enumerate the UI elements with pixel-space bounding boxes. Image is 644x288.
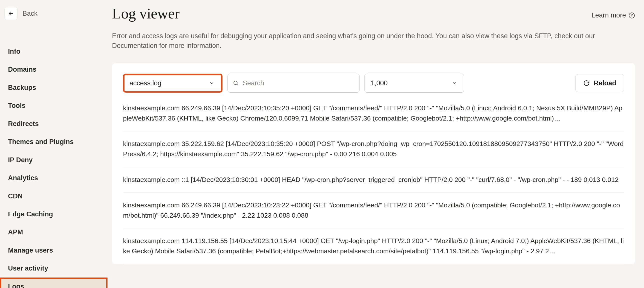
sidebar-item-backups[interactable]: Backups — [0, 79, 108, 97]
sidebar-item-edge-caching[interactable]: Edge Caching — [0, 205, 108, 223]
lines-value: 1,000 — [371, 79, 388, 87]
reload-icon — [583, 80, 590, 86]
page-description: Error and access logs are useful for deb… — [112, 31, 635, 51]
log-text: kinstaexample.com 35.222.159.62 [14/Dec/… — [123, 140, 624, 158]
main-content: Log viewer Learn more Error and access l… — [108, 0, 644, 288]
log-list: kinstaexample.com 66.249.66.39 [14/Dec/2… — [123, 103, 624, 264]
sidebar-item-label: Manage users — [8, 247, 53, 254]
sidebar: Back Info Domains Backups Tools Redirect… — [0, 0, 108, 288]
sidebar-item-label: IP Deny — [8, 156, 33, 164]
search-box[interactable] — [228, 74, 360, 93]
toolbar: access.log 1,000 Reload — [123, 74, 624, 93]
log-text: kinstaexample.com 114.119.156.55 [14/Dec… — [123, 237, 624, 255]
sidebar-item-label: Tools — [8, 102, 26, 109]
sidebar-item-label: Logs — [8, 283, 24, 288]
sidebar-item-label: Themes and Plugins — [8, 138, 74, 145]
sidebar-item-logs[interactable]: Logs — [0, 278, 108, 288]
back-button[interactable] — [4, 7, 18, 20]
sidebar-item-label: Backups — [8, 84, 36, 91]
sidebar-item-label: Analytics — [8, 174, 38, 182]
sidebar-item-cdn[interactable]: CDN — [0, 187, 108, 205]
log-file-select[interactable]: access.log — [123, 74, 222, 93]
log-row[interactable]: kinstaexample.com 35.222.159.62 [14/Dec/… — [123, 131, 624, 167]
log-row[interactable]: kinstaexample.com ::1 [14/Dec/2023:10:30… — [123, 167, 624, 193]
log-row[interactable]: kinstaexample.com 66.249.66.39 [14/Dec/2… — [123, 193, 624, 228]
sidebar-item-label: Info — [8, 48, 20, 55]
log-text: kinstaexample.com 66.249.66.39 [14/Dec/2… — [123, 201, 620, 219]
sidebar-item-analytics[interactable]: Analytics — [0, 169, 108, 187]
lines-select[interactable]: 1,000 — [364, 74, 464, 93]
search-icon — [233, 80, 239, 86]
log-file-value: access.log — [130, 79, 162, 87]
log-row[interactable]: kinstaexample.com 66.249.66.39 [14/Dec/2… — [123, 103, 624, 131]
page-title: Log viewer — [112, 5, 180, 22]
sidebar-item-label: Redirects — [8, 120, 39, 128]
log-text: kinstaexample.com ::1 [14/Dec/2023:10:30… — [123, 176, 618, 183]
sidebar-item-ip-deny[interactable]: IP Deny — [0, 151, 108, 169]
chevron-down-icon — [452, 80, 457, 86]
sidebar-item-label: Edge Caching — [8, 210, 53, 218]
reload-label: Reload — [594, 79, 616, 87]
learn-more-label: Learn more — [592, 11, 626, 19]
reload-button[interactable]: Reload — [576, 74, 624, 92]
log-card: access.log 1,000 Reload kinsta — [112, 63, 635, 264]
sidebar-item-label: User activity — [8, 265, 48, 272]
sidebar-item-label: Domains — [8, 66, 36, 73]
sidebar-item-label: CDN — [8, 192, 23, 200]
sidebar-item-tools[interactable]: Tools — [0, 97, 108, 115]
svg-point-2 — [234, 81, 237, 85]
arrow-left-icon — [8, 10, 14, 17]
log-text: kinstaexample.com 66.249.66.39 [14/Dec/2… — [123, 104, 622, 122]
back-row: Back — [0, 7, 108, 20]
sidebar-item-manage-users[interactable]: Manage users — [0, 241, 108, 259]
log-row[interactable]: kinstaexample.com 114.119.156.55 [14/Dec… — [123, 228, 624, 264]
sidebar-item-redirects[interactable]: Redirects — [0, 115, 108, 133]
nav: Info Domains Backups Tools Redirects The… — [0, 42, 108, 288]
header-row: Log viewer Learn more — [112, 5, 635, 22]
learn-more-link[interactable]: Learn more — [592, 11, 635, 19]
sidebar-item-themes-plugins[interactable]: Themes and Plugins — [0, 133, 108, 151]
back-label[interactable]: Back — [22, 10, 38, 17]
search-input[interactable] — [243, 79, 354, 87]
svg-point-1 — [632, 16, 632, 17]
chevron-down-icon — [209, 80, 214, 86]
sidebar-item-apm[interactable]: APM — [0, 223, 108, 241]
sidebar-item-domains[interactable]: Domains — [0, 60, 108, 78]
sidebar-item-label: APM — [8, 228, 23, 236]
sidebar-item-user-activity[interactable]: User activity — [0, 259, 108, 277]
help-circle-icon — [628, 12, 635, 19]
sidebar-item-info[interactable]: Info — [0, 42, 108, 60]
